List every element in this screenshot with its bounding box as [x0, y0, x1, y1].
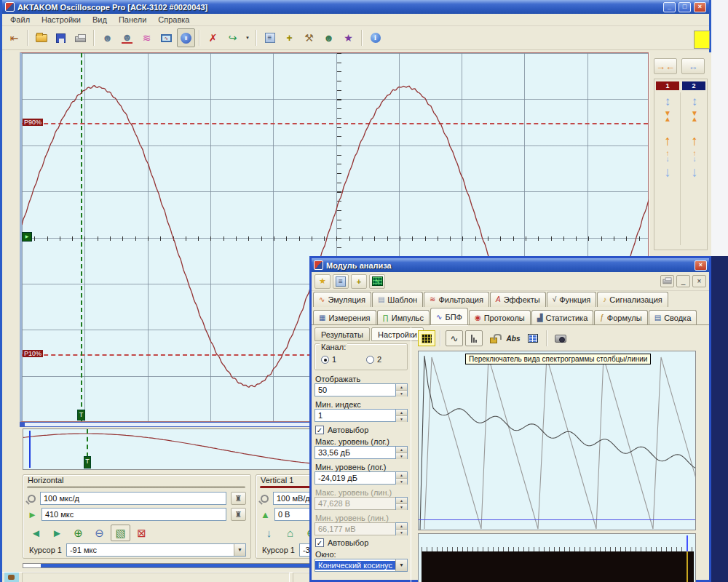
open-button[interactable] [32, 28, 50, 47]
panel-search-button[interactable]: ☻ [320, 28, 338, 47]
squeeze-horizontal-button[interactable]: →← [654, 58, 677, 74]
waveform-colors-button[interactable]: ≋ [138, 28, 156, 47]
title-bar[interactable]: AKTAKOM Oscilloscope Pro [АСК-3102 #0020… [2, 0, 709, 14]
exit-button[interactable]: ⇤ [5, 28, 23, 47]
min-index-value[interactable]: 1 [314, 409, 395, 422]
ch1-expand-vertical-button[interactable]: ↕ [658, 95, 677, 108]
timebase-field[interactable]: 100 мкс/д [40, 492, 226, 505]
dialog-print-button[interactable] [660, 275, 674, 287]
spin-down-icon[interactable]: ▼ [396, 479, 407, 485]
expand-horizontal-button[interactable]: ↔ [681, 58, 705, 74]
min-log-value[interactable]: -24,019 дБ [314, 471, 395, 485]
dropdown-arrow-icon[interactable]: ▼ [395, 559, 407, 571]
spectrogram-grid-button[interactable] [418, 330, 435, 346]
menu-view[interactable]: Вид [87, 15, 112, 25]
autoselect2-row[interactable]: ✓ Автовыбор [315, 538, 368, 547]
favorites-button[interactable]: ★ [314, 274, 331, 289]
dialog-title-bar[interactable]: Модуль анализа × [312, 258, 709, 272]
spin-up-icon[interactable]: ▲ [396, 384, 407, 391]
spin-up-icon[interactable]: ▲ [396, 410, 407, 416]
bars-view-button[interactable] [465, 330, 483, 346]
tab-summary[interactable]: ▤Сводка [649, 310, 697, 325]
tab-pulse[interactable]: ∏Импульс [377, 310, 430, 325]
ch1-squeeze-vertical-button[interactable]: ▼ ▲ [658, 111, 677, 122]
tab-effects[interactable]: AЭффекты [490, 292, 546, 307]
scope-view-button[interactable]: ∿ [369, 274, 385, 289]
fft-chart[interactable]: Переключатель вида спектрограммы столбцы… [418, 351, 696, 530]
info-panel-button[interactable]: ≡ [333, 274, 349, 289]
tab-protocols[interactable]: ◉Протоколы [469, 310, 531, 325]
tab-filtering[interactable]: ≋Фильтрация [424, 292, 489, 307]
tab-statistics[interactable]: ▟Статистика [531, 310, 593, 325]
panel-wizard-button[interactable]: ★ [339, 28, 357, 47]
spin-up-icon[interactable]: ▲ [396, 447, 407, 453]
spinner-buttons[interactable]: ▲▼ [395, 409, 408, 422]
import-dropdown-button[interactable]: ▼ [243, 28, 252, 47]
display-count-spinner[interactable]: 50 ▲▼ [314, 383, 408, 396]
zoom-in-button[interactable]: ⊕ [68, 525, 88, 541]
panel-crosshair-button[interactable]: + [280, 28, 298, 47]
autoselect-checkbox[interactable]: ✓ [315, 426, 324, 434]
channel1-radio-row[interactable]: 1 [321, 355, 336, 364]
timebase-auto-button[interactable]: ♜ [231, 492, 246, 505]
menu-help[interactable]: Справка [153, 15, 194, 25]
ch2-squeeze-vertical-button[interactable]: ▼ ▲ [685, 111, 704, 122]
table-view-button[interactable] [524, 330, 542, 346]
move-down-button[interactable]: ↓ [259, 525, 279, 541]
time-offset-field[interactable]: 410 мкс [41, 508, 226, 521]
ch2-move-up-button[interactable]: ↑ [685, 134, 704, 148]
spectrogram-cursor-blue[interactable] [687, 535, 688, 551]
color-swatch[interactable] [694, 31, 710, 49]
tab-function[interactable]: √Функция [547, 292, 597, 307]
ch1-move-up-button[interactable]: ↑ [658, 134, 677, 148]
min-log-spinner[interactable]: -24,019 дБ ▲▼ [314, 471, 408, 485]
subtab-settings[interactable]: Настройки [371, 327, 424, 341]
tab-measurements[interactable]: ▦Измерения [313, 310, 376, 325]
max-log-value[interactable]: 33,56 дБ [314, 446, 395, 459]
menu-settings[interactable]: Настройки [36, 15, 86, 25]
spinner-buttons[interactable]: ▲▼ [395, 446, 408, 459]
tab-fft[interactable]: ∿БПФ [430, 308, 468, 325]
close-button[interactable]: × [694, 2, 706, 12]
lock-scale-button[interactable] [485, 330, 502, 346]
panel-tools-button[interactable]: ⚒ [300, 28, 318, 47]
offset-auto-button[interactable]: ♜ [231, 508, 246, 521]
tab-template[interactable]: ▤Шаблон [372, 292, 423, 307]
abs-mode-button[interactable]: Abs [505, 330, 522, 346]
spectrogram-cursor-yellow[interactable] [687, 551, 688, 582]
minimize-button[interactable]: _ [663, 2, 676, 12]
tab-emulation[interactable]: ∿Эмуляция [313, 292, 371, 307]
zoom-reset-button[interactable]: ⊠ [132, 525, 151, 541]
radio-channel1[interactable] [321, 356, 329, 364]
zoom-out-button[interactable]: ⊖ [90, 525, 109, 541]
about-button[interactable]: i [366, 28, 384, 47]
trigger-level-marker[interactable]: ▶ [22, 232, 32, 242]
trigger-time-marker[interactable]: T [77, 410, 85, 420]
channel2-radio-row[interactable]: 2 [366, 355, 381, 364]
menu-panels[interactable]: Панели [114, 15, 151, 25]
min-index-spinner[interactable]: 1 ▲▼ [314, 409, 408, 422]
ch1-move-down-button[interactable]: ↓ [658, 165, 677, 179]
crosshair-tool-button[interactable]: + [351, 274, 367, 289]
spin-down-icon[interactable]: ▼ [396, 416, 407, 422]
dialog-close-button[interactable]: × [695, 260, 707, 271]
max-log-spinner[interactable]: 33,56 дБ ▲▼ [314, 446, 408, 459]
menu-file[interactable]: Файл [5, 15, 35, 25]
radio-channel2[interactable] [366, 356, 374, 364]
preview-trigger-cursor[interactable] [87, 429, 88, 457]
import-button[interactable]: ↪ [223, 28, 242, 47]
line-view-button[interactable]: ∿ [446, 330, 463, 346]
home-position-button[interactable]: ⌂ [280, 525, 300, 541]
ch2-expand-vertical-button[interactable]: ↕ [685, 95, 704, 108]
zoom-region-button[interactable]: ▧ [111, 525, 130, 541]
dropdown-arrow-icon[interactable]: ▼ [234, 544, 245, 556]
dialog-close-button-2[interactable]: × [692, 275, 706, 287]
scroll-left-button[interactable]: ◄ [26, 525, 46, 541]
clear-button[interactable]: ✗ [204, 28, 222, 47]
subtab-results[interactable]: Результаты [314, 327, 370, 341]
spin-down-icon[interactable]: ▼ [396, 391, 407, 396]
tab-formulas[interactable]: ƒФормулы [594, 310, 647, 325]
spinner-buttons[interactable]: ▲▼ [395, 383, 408, 396]
spectrogram-pane[interactable] [418, 533, 696, 582]
spinner-buttons[interactable]: ▲▼ [395, 471, 408, 485]
